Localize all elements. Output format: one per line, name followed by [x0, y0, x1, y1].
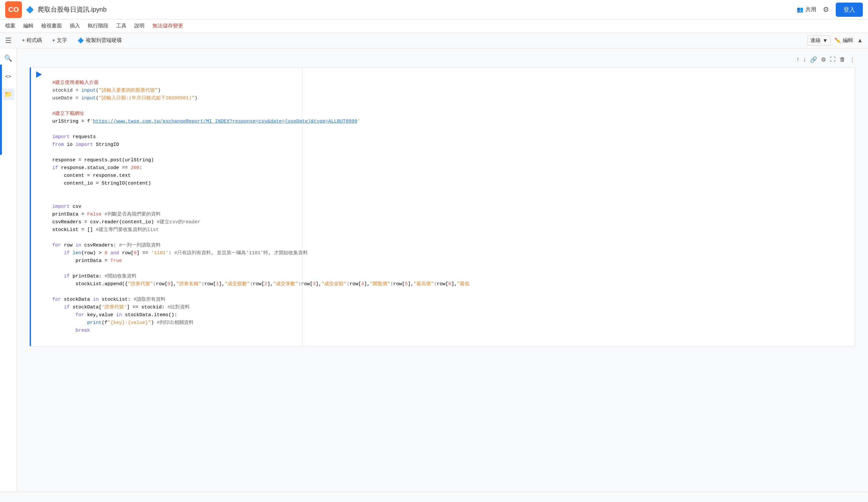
- pencil-icon: ✏️: [835, 38, 841, 43]
- login-button[interactable]: 登入: [836, 2, 863, 17]
- main-layout: 🔍 <> 📁 ↑ ↓ 🔗 ⚙ ⛶ 🗑 ⋮ #建立使用者輸入介面 stockid …: [0, 49, 868, 502]
- settings-icon[interactable]: ⚙: [823, 6, 829, 14]
- code-line-19: stockList = [] #建立專門要收集資料的list: [52, 227, 159, 233]
- code-line-22: if len(row) > 0 and row[0] == '1101': #只…: [52, 250, 308, 256]
- top-bar: CO 🔷 爬取台股每日資訊.ipynb 👥 共用 ⚙ 登入: [0, 0, 868, 19]
- import-line-8: import: [52, 134, 70, 140]
- collapse-icon[interactable]: ▲: [857, 37, 863, 44]
- cell-settings-icon[interactable]: ⚙: [821, 56, 826, 63]
- connection-button[interactable]: 連線 ▼: [807, 35, 830, 45]
- toolbar-bar: ☰ + 程式碼 + 文字 🔷 複製到雲端硬碟 連線 ▼ ✏️ 編輯 ▲: [0, 33, 868, 49]
- code-cell: #建立使用者輸入介面 stockid = input("請輸入要查詢的股票代號"…: [30, 67, 855, 346]
- code-line-2: stockid = input("請輸入要查詢的股票代號"): [52, 88, 161, 93]
- import-csv: import: [52, 204, 70, 209]
- code-line-23: printData = True: [52, 258, 122, 264]
- status-bar: [0, 492, 868, 502]
- file-icon: 🔷: [26, 6, 34, 13]
- run-triangle-icon: [36, 71, 42, 78]
- logo-text: CO: [8, 6, 19, 14]
- share-label: 共用: [805, 6, 816, 13]
- import-requests: requests: [73, 134, 96, 140]
- code-line-17: printData = False #判斷是否為我們要的資料: [52, 212, 161, 217]
- code-line-31: print(f"{key}:{value}") #列印出相關資料: [52, 320, 194, 325]
- sidebar-icon-folder[interactable]: 📁: [2, 88, 14, 100]
- from-io: io: [67, 142, 73, 147]
- code-line-3: useDate = input("請輸入日期:(年月日格式如下20200501)…: [52, 95, 197, 101]
- code-line-12: if response.status_code == 200:: [52, 165, 142, 171]
- logo: CO: [5, 1, 22, 18]
- menu-file[interactable]: 檔案: [5, 21, 16, 31]
- sidebar-icon-code[interactable]: <>: [2, 70, 14, 82]
- add-text-label: + 文字: [52, 37, 67, 44]
- code-line-28: for stockData in stockList: #讀取所有資料: [52, 297, 166, 302]
- comment-line-5: #建立下載網址: [52, 111, 84, 116]
- left-edge-indicator: [0, 64, 2, 155]
- cell-code-content[interactable]: #建立使用者輸入介面 stockid = input("請輸入要查詢的股票代號"…: [47, 67, 855, 346]
- copy-to-drive-button[interactable]: 🔷 複製到雲端硬碟: [75, 36, 125, 45]
- logo-area: CO 🔷 爬取台股每日資訊.ipynb: [5, 1, 106, 18]
- code-line-11: response = requests.post(urlString): [52, 157, 154, 163]
- menu-help[interactable]: 說明: [134, 21, 145, 31]
- menu-save-warning: 無法儲存變更: [152, 21, 183, 31]
- code-line-13: content = response.text: [52, 173, 131, 178]
- delete-cell-icon[interactable]: 🗑: [840, 56, 845, 63]
- fullscreen-icon[interactable]: ⛶: [830, 56, 836, 63]
- cell-separator: [302, 67, 302, 346]
- menu-runtime[interactable]: 執行階段: [88, 21, 108, 31]
- code-line-29: if stockData['證券代號'] == stockid: #比對資料: [52, 305, 190, 310]
- share-button[interactable]: 👥 共用: [797, 6, 816, 13]
- add-text-button[interactable]: + 文字: [50, 36, 70, 45]
- code-line-6: urlString = f'https://www.twse.com.tw/ex…: [52, 119, 360, 124]
- cell-action-bar: ↑ ↓ 🔗 ⚙ ⛶ 🗑 ⋮: [30, 55, 855, 64]
- sidebar-toggle-icon[interactable]: ☰: [5, 36, 12, 45]
- sidebar-icon-search[interactable]: 🔍: [2, 52, 14, 64]
- run-cell-button[interactable]: [31, 67, 47, 346]
- drive-icon: 🔷: [78, 38, 84, 43]
- code-line-18: csvReaders = csv.reader(content_io) #建立c…: [52, 219, 200, 225]
- file-title: 爬取台股每日資訊.ipynb: [38, 5, 106, 14]
- stringio: StringIO: [96, 142, 119, 147]
- code-line-14: content_io = StringIO(content): [52, 181, 151, 186]
- toolbar-right: 連線 ▼ ✏️ 編輯 ▲: [807, 35, 863, 45]
- link-icon[interactable]: 🔗: [810, 56, 817, 63]
- edit-label: 編輯: [843, 37, 853, 44]
- comment-line-1: #建立使用者輸入介面: [52, 80, 99, 85]
- left-sidebar: 🔍 <> 📁: [0, 49, 17, 502]
- more-options-icon[interactable]: ⋮: [849, 56, 855, 63]
- menu-bar: 檔案 編輯 檢視畫面 插入 執行階段 工具 說明 無法儲存變更: [0, 19, 868, 33]
- top-right-actions: 👥 共用 ⚙ 登入: [797, 2, 863, 17]
- code-line-21: for row in csvReaders: #一列一列讀取資料: [52, 243, 161, 248]
- edit-button[interactable]: ✏️ 編輯: [835, 37, 853, 44]
- from-line-9: from: [52, 142, 64, 147]
- move-up-icon[interactable]: ↑: [796, 56, 799, 63]
- menu-insert[interactable]: 插入: [70, 21, 80, 31]
- code-line-30: for key,value in stockData.items():: [52, 312, 177, 318]
- menu-view[interactable]: 檢視畫面: [41, 21, 62, 31]
- add-code-button[interactable]: + 程式碼: [19, 36, 44, 45]
- add-code-label: + 程式碼: [22, 37, 42, 44]
- menu-edit[interactable]: 編輯: [23, 21, 33, 31]
- share-icon: 👥: [797, 6, 804, 13]
- toolbar-left: + 程式碼 + 文字 🔷 複製到雲端硬碟: [19, 36, 125, 45]
- code-line-25: if printData: #開始收集資料: [52, 274, 136, 279]
- connection-label: 連線: [810, 37, 820, 44]
- code-line-26: stockList.append({"證券代號":row[0],"證券名稱":r…: [52, 281, 470, 287]
- copy-to-drive-label: 複製到雲端硬碟: [86, 37, 122, 44]
- chevron-down-icon: ▼: [823, 38, 828, 43]
- code-line-32: break: [52, 328, 90, 333]
- notebook-area: ↑ ↓ 🔗 ⚙ ⛶ 🗑 ⋮ #建立使用者輸入介面 stockid = input…: [17, 49, 868, 502]
- menu-tools[interactable]: 工具: [116, 21, 126, 31]
- move-down-icon[interactable]: ↓: [803, 56, 806, 63]
